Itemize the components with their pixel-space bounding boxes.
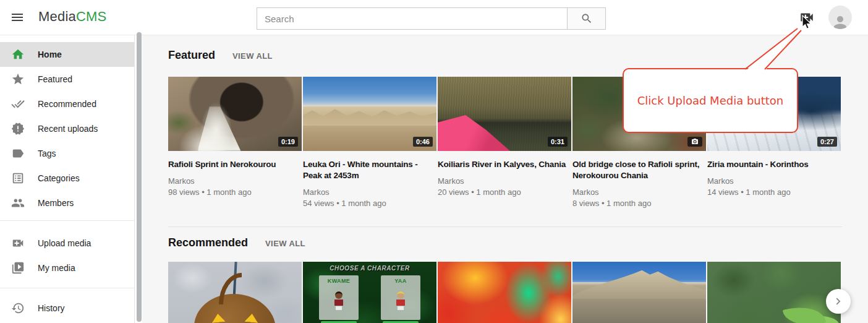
sidebar: Home Featured Recommended Recent uploads…: [0, 35, 135, 323]
video-card: [438, 262, 571, 323]
search-button[interactable]: [567, 7, 606, 30]
character-name: KWAME: [319, 278, 359, 284]
sidebar-item-upload-media[interactable]: Upload media: [0, 231, 134, 256]
video-thumbnail[interactable]: 0:31: [438, 77, 571, 151]
video-meta: 98 views • 1 month ago: [168, 187, 302, 197]
camera-icon: [691, 138, 699, 145]
video-card: 0:19 Rafioli Sprint in Nerokourou Markos…: [168, 77, 302, 211]
character-panel: KWAME: [319, 275, 359, 320]
new-releases-icon: [11, 122, 25, 136]
video-card: CHOOSE A CHARACTER KWAME YAA Selected Se…: [303, 262, 436, 323]
video-author[interactable]: Markos: [168, 176, 302, 186]
section-title: Featured: [168, 49, 215, 62]
character-sprite: [396, 291, 405, 310]
sidebar-divider: [0, 288, 134, 288]
section-divider: [168, 226, 842, 227]
video-thumbnail[interactable]: [707, 262, 841, 323]
members-icon: [11, 196, 25, 210]
video-card: [572, 262, 706, 323]
sidebar-item-my-media[interactable]: My media: [0, 256, 134, 280]
sidebar-item-label: Upload media: [38, 238, 91, 248]
sidebar-scrollbar-thumb[interactable]: [137, 32, 142, 322]
video-thumbnail[interactable]: [438, 262, 571, 323]
my-media-icon: [11, 261, 25, 275]
pumpkin-craft: [194, 294, 276, 323]
video-thumbnail[interactable]: CHOOSE A CHARACTER KWAME YAA Selected Se…: [303, 262, 436, 323]
sidebar-item-recommended[interactable]: Recommended: [0, 92, 134, 116]
sidebar-item-recent-uploads[interactable]: Recent uploads: [0, 116, 134, 141]
video-title[interactable]: Leuka Ori - White mountains - Peak at 24…: [303, 159, 436, 181]
sidebar-item-categories[interactable]: Categories: [0, 166, 134, 191]
duration-badge: 0:19: [278, 137, 298, 147]
sidebar-item-label: Recent uploads: [38, 124, 98, 134]
video-meta: 54 views • 1 month ago: [303, 199, 436, 208]
sidebar-item-history[interactable]: History: [0, 296, 134, 321]
pumpkin-stem: [219, 273, 242, 304]
search-input[interactable]: [257, 7, 567, 30]
view-all-link[interactable]: VIEW ALL: [265, 239, 305, 248]
sidebar-item-label: Recommended: [38, 99, 96, 109]
character-panel: YAA: [381, 275, 420, 320]
video-card: [707, 262, 841, 323]
video-author[interactable]: Markos: [438, 176, 571, 186]
sidebar-divider: [0, 220, 134, 221]
star-icon: [11, 72, 25, 86]
video-title[interactable]: Rafioli Sprint in Nerokourou: [168, 159, 302, 170]
pumpkin-eye: [211, 313, 225, 323]
sidebar-item-label: History: [38, 303, 65, 313]
duration-badge: 0:31: [548, 137, 568, 147]
person-icon: [831, 13, 849, 29]
video-thumbnail[interactable]: 0:46: [303, 77, 436, 151]
chevron-right-icon: [832, 295, 845, 308]
video-author[interactable]: Markos: [707, 176, 841, 186]
mouse-cursor: [802, 15, 813, 31]
video-meta: 20 views • 1 month ago: [438, 187, 571, 197]
sidebar-item-home[interactable]: Home: [0, 42, 134, 67]
logo-cms: CMS: [76, 9, 107, 24]
sidebar-item-label: Members: [38, 198, 74, 208]
annotation-text: Click Upload Media button: [637, 94, 784, 107]
recommended-row: CHOOSE A CHARACTER KWAME YAA Selected Se…: [168, 262, 868, 323]
search-bar: [257, 7, 606, 30]
video-card: 0:46 Leuka Ori - White mountains - Peak …: [303, 77, 436, 211]
sidebar-item-featured[interactable]: Featured: [0, 67, 134, 92]
upload-media-icon: [11, 236, 25, 250]
pumpkin-eye: [244, 313, 258, 323]
video-thumbnail[interactable]: [572, 262, 706, 323]
game-heading: CHOOSE A CHARACTER: [303, 265, 436, 272]
sidebar-item-label: Categories: [38, 173, 80, 183]
video-meta: 14 views • 1 month ago: [707, 187, 841, 197]
character-name: YAA: [381, 278, 420, 284]
duration-badge: 0:46: [413, 137, 433, 147]
menu-icon[interactable]: [10, 10, 25, 25]
video-thumbnail[interactable]: 0:19: [168, 77, 302, 151]
video-title[interactable]: Ziria mountain - Korinthos: [707, 159, 841, 170]
video-meta: 8 views • 1 month ago: [572, 199, 706, 208]
duration-badge: 0:27: [817, 137, 837, 147]
video-title[interactable]: Koiliaris River in Kalyves, Chania: [438, 159, 571, 170]
video-author[interactable]: Markos: [572, 187, 706, 197]
video-title[interactable]: Old bridge close to Rafioli sprint, Nero…: [572, 159, 706, 181]
search-icon: [581, 12, 593, 25]
sidebar-item-label: Tags: [38, 149, 56, 158]
video-card: [168, 262, 302, 323]
video-author[interactable]: Markos: [303, 187, 436, 197]
sidebar-item-label: Featured: [38, 74, 72, 84]
logo[interactable]: MediaCMS: [38, 9, 106, 25]
character-sprite: [334, 291, 343, 310]
view-all-link[interactable]: VIEW ALL: [232, 51, 273, 61]
avatar[interactable]: [828, 6, 852, 29]
categories-icon: [11, 171, 25, 185]
history-icon: [11, 301, 25, 315]
hamburger-icon: [10, 10, 25, 25]
sidebar-item-label: Home: [38, 50, 62, 59]
logo-media: Media: [38, 9, 76, 24]
sidebar-item-tags[interactable]: Tags: [0, 141, 134, 166]
carousel-next-button[interactable]: [826, 289, 851, 314]
recommended-section: Recommended VIEW ALL: [168, 236, 868, 323]
home-icon: [11, 48, 25, 61]
sidebar-item-members[interactable]: Members: [0, 191, 134, 215]
section-title: Recommended: [168, 236, 248, 249]
tag-icon: [11, 147, 25, 160]
video-thumbnail[interactable]: [168, 262, 302, 323]
